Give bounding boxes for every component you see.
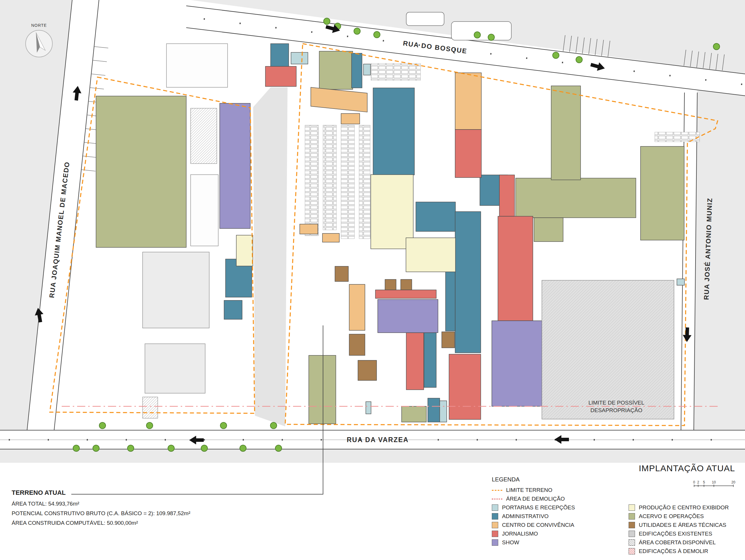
scale-tick-2: 2 (697, 480, 699, 484)
tree-icon (99, 422, 106, 429)
legend-swatch-show (492, 539, 498, 546)
building-administrativo (424, 333, 436, 387)
legend-item-show: SHOW (492, 538, 628, 547)
legend-swatch-utilidades (628, 522, 635, 528)
legend-swatch-acervo (628, 513, 635, 520)
terreno-info: TERRENO ATUAL ÁREA TOTAL: 54.993,76m² PO… (12, 489, 221, 529)
tree-icon (713, 43, 720, 50)
building-jornalismo (376, 290, 436, 298)
building-producao (406, 238, 455, 272)
legend-item-producao: PRODUÇÃO E CENTRO EXIBIDOR (628, 503, 745, 512)
legend-item-existentes: EDIFICAÇÕES EXISTENTES (628, 529, 745, 538)
building-jornalismo (406, 333, 424, 390)
legend-item-administrativo: ADMINISTRATIVO (492, 512, 628, 521)
tree-icon (270, 422, 277, 429)
building-utilidades (401, 279, 412, 290)
internal-street-strip (253, 87, 288, 427)
building-acervo (319, 51, 353, 89)
desapropriacao-label-line2: DESAPROPRIAÇÃO (590, 407, 642, 413)
legend-swatch-demolir (628, 548, 635, 555)
building-show (220, 103, 250, 228)
tree-icon (553, 52, 559, 59)
building-administrativo (224, 300, 242, 319)
tree-icon (474, 32, 481, 38)
street-label-varzea: RUA DA VARZEA (347, 436, 409, 443)
scale-tick-5: 5 (703, 480, 705, 484)
legend-item-demolir: EDIFICAÇÕES À DEMOLIR (628, 547, 745, 556)
terreno-potencial: POTENCIAL CONSTRUTIVO BRUTO (C.A. BÁSICO… (12, 510, 221, 517)
page: LIMITE DE POSSÍVEL DESAPROPRIAÇÃO (0, 0, 745, 560)
building-jornalismo (499, 175, 515, 216)
plan-title: IMPLANTAÇÃO ATUAL (639, 463, 735, 473)
building-convivencia (300, 224, 318, 234)
tree-icon (168, 445, 174, 452)
tree-icon (324, 18, 330, 25)
building-administrativo (428, 398, 440, 422)
building-convivencia (455, 73, 481, 129)
building-acervo (96, 96, 186, 247)
building-show (492, 321, 542, 406)
building-portaria (366, 402, 371, 414)
legend-swatch-area-demolicao (492, 499, 502, 499)
building-portaria (291, 52, 308, 64)
building-administrativo (352, 53, 362, 88)
north-compass (26, 30, 53, 57)
building-acervo (641, 147, 684, 240)
tree-icon (93, 445, 99, 452)
legend-item-area-demolicao: ÁREA DE DEMOLIÇÃO (492, 495, 628, 503)
building-existente-grande (542, 280, 674, 419)
legend-label: EDIFICAÇÕES EXISTENTES (639, 531, 712, 537)
legend-item-utilidades: UTILIDADES E ÁREAS TÉCNICAS (628, 521, 745, 529)
legend-label: ÁREA COBERTA DISPONÍVEL (639, 539, 716, 546)
scale-tick-20: 20 (731, 480, 735, 484)
building-acervo (534, 218, 563, 242)
tree-icon (374, 31, 380, 38)
tree-icon (275, 445, 282, 452)
legend-column-1: LIMITE TERRENO ÁREA DE DEMOLIÇÃO PORTARI… (492, 486, 628, 556)
building-jornalismo (449, 354, 481, 419)
building-administrativo (455, 212, 481, 353)
building-acervo (551, 86, 581, 180)
legend-label: PORTARIAS E RECEPÇÕES (502, 504, 575, 511)
terreno-area-total: ÁREA TOTAL: 54.993,76m² (12, 501, 221, 507)
tree-icon (73, 445, 79, 452)
building-portaria (440, 401, 447, 422)
building-utilidades (358, 360, 377, 380)
legend-item-jornalismo: JORNALISMO (492, 529, 628, 538)
building-administrativo (416, 202, 455, 231)
scale-tick-10: 10 (712, 480, 716, 484)
tree-icon (354, 28, 360, 34)
legend-label: SHOW (502, 539, 519, 546)
legend-label: ADMINISTRATIVO (502, 513, 549, 520)
building-show (378, 300, 438, 333)
building-utilidades (335, 266, 348, 281)
building-acervo (309, 355, 336, 424)
building-utilidades (349, 334, 365, 355)
building-utilidades (442, 332, 455, 348)
legend-swatch-convivencia (492, 522, 498, 528)
legend-swatch-portarias (492, 504, 498, 511)
tree-icon (488, 34, 494, 40)
building-convivencia (349, 284, 365, 330)
legend-item-convivencia: CENTRO DE CONVIVÊNCIA (492, 521, 628, 529)
legend-swatch-administrativo (492, 513, 498, 520)
legend-item-limite-terreno: LIMITE TERRENO (492, 486, 628, 495)
terreno-title: TERRENO ATUAL (12, 489, 221, 497)
building-administrativo (373, 88, 414, 175)
legend-label: LIMITE TERRENO (506, 487, 552, 493)
legend-label: ÁREA DE DEMOLIÇÃO (506, 496, 565, 502)
legend-item-acervo: ACERVO E OPERAÇÕES (628, 512, 745, 521)
building-administrativo (446, 268, 455, 331)
legend-item-portarias: PORTARIAS E RECEPÇÕES (492, 503, 628, 512)
legend-swatch-producao (628, 504, 635, 511)
legend-swatch-jornalismo (492, 531, 498, 537)
building-portaria (363, 64, 370, 75)
tree-icon (147, 422, 153, 429)
legend-item-area-coberta: ÁREA COBERTA DISPONÍVEL (628, 538, 745, 547)
tree-icon (240, 445, 246, 452)
building-jornalismo (265, 66, 296, 87)
scale-bar: 0 2 5 10 20 (692, 480, 742, 490)
legend-label: EDIFICAÇÕES À DEMOLIR (639, 548, 708, 555)
building-acervo (401, 406, 426, 422)
terreno-area-construida: ÁREA CONSTRUIDA COMPUTÁVEL: 50.900,00m² (12, 520, 221, 526)
